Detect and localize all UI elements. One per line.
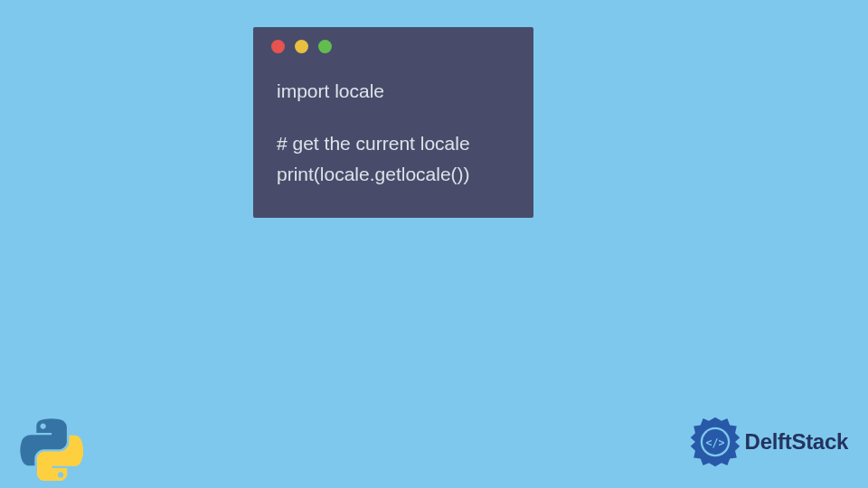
code-line-1: import locale: [277, 76, 510, 108]
maximize-icon: [318, 40, 332, 53]
code-window: import locale # get the current locale p…: [253, 27, 533, 218]
code-body: import locale # get the current locale p…: [253, 54, 533, 218]
python-logo-icon: [20, 418, 83, 481]
svg-text:</>: </>: [705, 436, 724, 449]
window-header: [253, 27, 533, 54]
delftstack-badge-icon: </>: [689, 416, 741, 468]
delftstack-text: DelftStack: [745, 429, 848, 455]
close-icon: [271, 40, 285, 53]
code-blank-line: [277, 108, 510, 128]
minimize-icon: [295, 40, 308, 53]
code-line-2: # get the current locale: [277, 128, 510, 160]
delftstack-logo: </> DelftStack: [689, 416, 848, 468]
code-line-3: print(locale.getlocale()): [277, 159, 510, 191]
